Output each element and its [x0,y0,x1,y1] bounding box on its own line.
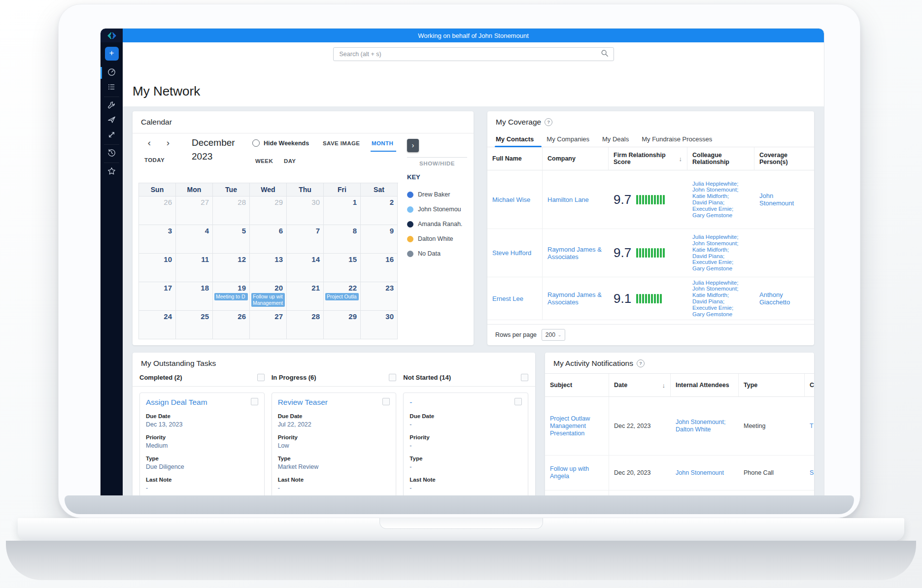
today-button[interactable]: TODAY [144,157,165,163]
column-header[interactable]: Firm Relationship Score↓ [609,147,687,170]
contact-link[interactable]: Ernest Lee [492,295,523,302]
calendar-day-cell[interactable]: 8 [324,225,361,254]
calendar-event-chip[interactable]: Project Outla [325,293,359,300]
key-legend-item[interactable]: Drew Baker [407,187,467,202]
day-view-button[interactable]: DAY [284,158,296,164]
calendar-day-cell[interactable]: 16 [361,254,398,282]
calendar-day-cell[interactable]: 23 [361,282,398,311]
rows-per-page-select[interactable]: 200⌄ [542,329,565,341]
activity-contact-link[interactable]: T [810,423,814,430]
task-checkbox[interactable] [251,398,258,405]
calendar-day-cell[interactable]: 24 [139,311,176,339]
column-header[interactable]: C [805,374,814,396]
colleague-links[interactable]: Julia Hepplewhite;John Stonemount;Katie … [692,280,738,318]
task-column-checkbox[interactable] [389,374,396,381]
colleague-links[interactable]: Julia Hepplewhite;John Stonemount;Katie … [692,234,738,272]
column-header[interactable]: Type [739,374,805,396]
collapse-rail-button[interactable]: › [407,139,419,152]
calendar-day-cell[interactable]: 26 [139,196,176,225]
contact-link[interactable]: Michael Wise [492,196,530,203]
sidebar-item-send[interactable] [101,113,123,128]
company-link[interactable]: Raymond James & Associates [547,246,604,261]
column-header[interactable]: Full Name [487,147,543,170]
help-icon[interactable]: ? [545,118,552,126]
key-legend-item[interactable]: John Stonemou [407,202,467,217]
column-header[interactable]: Subject [545,374,609,396]
task-checkbox[interactable] [382,398,390,405]
calendar-day-cell[interactable]: 30 [361,311,398,339]
company-link[interactable]: Raymond James & Associates [547,291,604,306]
calendar-event-chip[interactable]: Follow up witManagement [251,293,285,307]
calendar-day-cell[interactable]: 30 [287,196,324,225]
company-link[interactable]: Hamilton Lane [547,196,589,203]
calendar-next-button[interactable]: › [163,137,173,148]
key-legend-item[interactable]: Dalton White [407,231,467,246]
calendar-day-cell[interactable]: 2 [361,196,398,225]
key-legend-item[interactable]: No Data [407,246,467,261]
hide-weekends-radio[interactable] [252,139,260,147]
calendar-day-cell[interactable]: 5 [213,225,250,254]
search-input[interactable] [339,50,601,58]
calendar-day-cell[interactable]: 22Project Outla [324,282,361,311]
calendar-day-cell[interactable]: 20Follow up witManagement [250,282,287,311]
save-image-button[interactable]: SAVE IMAGE [323,140,360,146]
colleague-links[interactable]: Julia Hepplewhite;John Stonemount;Katie … [692,181,738,219]
calendar-day-cell[interactable]: 29 [324,311,361,339]
sidebar-item-favorites[interactable] [101,164,123,179]
calendar-day-cell[interactable]: 9 [361,225,398,254]
task-column-checkbox[interactable] [257,374,265,381]
calendar-day-cell[interactable]: 13 [250,254,287,282]
search-icon[interactable] [601,49,609,59]
task-title-link[interactable]: Assign Deal Team [146,398,207,407]
month-view-button[interactable]: MONTH [371,140,396,152]
column-header[interactable]: Company [543,147,609,170]
calendar-day-cell[interactable]: 27 [250,311,287,339]
activity-contact-link[interactable]: S [810,469,814,477]
sidebar-item-transfer[interactable] [101,128,123,143]
calendar-day-cell[interactable]: 7 [287,225,324,254]
show-hide-toggle[interactable]: SHOW/HIDE [407,161,467,166]
sidebar-item-dashboard[interactable] [101,65,123,80]
task-title-link[interactable]: Review Teaser [278,398,328,407]
calendar-day-cell[interactable]: 18 [176,282,213,311]
help-icon[interactable]: ? [637,359,645,367]
calendar-event-chip[interactable]: Meeting to D [214,293,248,300]
calendar-day-cell[interactable]: 3 [139,225,176,254]
column-header[interactable]: Coverage Person(s) [754,147,814,170]
activity-subject-link[interactable]: Project Outlaw Management Presentation [550,415,604,437]
task-checkbox[interactable] [514,398,522,405]
calendar-day-cell[interactable]: 26 [213,311,250,339]
sidebar-item-list[interactable] [101,80,123,95]
coverage-person-link[interactable]: John Stonemount [759,192,809,207]
coverage-person-link[interactable]: Anthony Giacchetto [759,291,809,306]
task-column-checkbox[interactable] [521,374,528,381]
calendar-day-cell[interactable]: 6 [250,225,287,254]
add-new-button[interactable]: + [105,47,119,61]
calendar-day-cell[interactable]: 12 [213,254,250,282]
search-box[interactable] [333,47,614,61]
calendar-day-cell[interactable]: 1 [324,196,361,225]
calendar-day-cell[interactable]: 14 [287,254,324,282]
calendar-day-cell[interactable]: 10 [139,254,176,282]
column-header[interactable]: Internal Attendees [671,374,739,396]
calendar-day-cell[interactable]: 28 [287,311,324,339]
week-view-button[interactable]: WEEK [255,158,273,164]
attendee-links[interactable]: John Stonemount [676,469,724,477]
sort-down-icon[interactable]: ↓ [662,382,666,389]
calendar-day-cell[interactable]: 28 [213,196,250,225]
calendar-day-cell[interactable]: 25 [176,311,213,339]
column-header[interactable]: Date↓ [609,374,671,396]
app-logo[interactable] [101,29,123,42]
tab-my-deals[interactable]: My Deals [602,132,629,147]
activity-subject-link[interactable]: Follow up with Angela [550,465,604,480]
sort-down-icon[interactable]: ↓ [679,155,683,163]
key-legend-item[interactable]: Amanda Ranah. [407,217,467,231]
sidebar-item-history[interactable] [101,146,123,161]
contact-link[interactable]: Steve Hufford [492,249,531,257]
calendar-day-cell[interactable]: 11 [176,254,213,282]
tab-my-companies[interactable]: My Companies [546,132,589,147]
calendar-day-cell[interactable]: 15 [324,254,361,282]
tab-my-fundraise-processes[interactable]: My Fundraise Processes [642,132,712,147]
sidebar-item-tools[interactable] [101,98,123,113]
calendar-day-cell[interactable]: 27 [176,196,213,225]
